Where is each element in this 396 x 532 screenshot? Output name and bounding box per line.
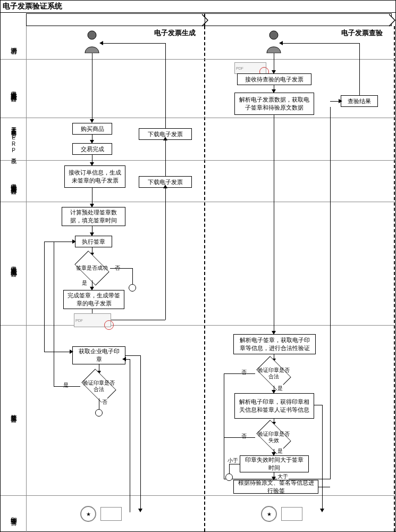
node-result: 查验结果 (341, 95, 378, 107)
lane-column-sep (26, 26, 27, 532)
phase-generation: 电子发票生成 (26, 13, 205, 26)
edge-no-4: 否 (241, 433, 247, 440)
lane-sign-server: 签章服务器 (1, 325, 26, 495)
edge-yes-3: 是 (277, 385, 283, 392)
node-parse-inv: 解析电子发票数据，获取电子签章和待验原文数据 (234, 93, 314, 115)
terminator-lt (225, 473, 233, 481)
consumer-icon-left (83, 30, 101, 53)
node-recv-order: 接收订单信息，生成未签章的电子发票 (64, 165, 125, 188)
node-done: 交易完成 (72, 143, 112, 155)
lane-stamp-platform: 印章管理平台 (1, 495, 26, 531)
pdf-thumb-gen: PDF (74, 313, 111, 327)
pdf-thumb-recv: PDF (234, 62, 266, 74)
edge-lt: 小于 (227, 457, 239, 464)
stamp-icons-left: ★ (80, 506, 123, 522)
lane-consumer: 消费者 (1, 26, 26, 59)
diagram-title: 电子发票验证系统 (3, 2, 62, 11)
phase-verify-label: 电子发票查验 (341, 28, 383, 38)
phase-divider-2 (394, 26, 395, 531)
edge-no-3: 否 (241, 369, 247, 376)
decision-seal-valid: 验证印章是否合法 (80, 373, 117, 400)
edge-no-2: 否 (102, 398, 108, 406)
decision-seal-valid-2: 验证印章是否合法 (255, 360, 292, 387)
node-calc: 计算预处理签章数据，填充签章时间 (62, 207, 125, 226)
stamp-icons-right: ★ (261, 506, 304, 522)
phase-divider-1 (204, 26, 205, 531)
node-verify-sig: 根据待验原文、签名等信息进行验签 (233, 480, 318, 494)
node-parse-sig: 解析电子签章，获取电子印章等信息，进行合法性验证 (233, 334, 316, 354)
lane-gen-server: 电子发票生成服务器 (1, 202, 26, 325)
node-finish-sign: 完成签章，生成带签章的电子发票 (63, 290, 124, 309)
node-parse-seal: 解析电子印章，获得印章相关信息和签章人证书等信息 (234, 393, 314, 419)
lane-sep-1 (1, 59, 396, 60)
phase-generation-label: 电子发票生成 (154, 28, 196, 38)
lane-issuer: 开票方企业（购物平台/ERP系统） (1, 118, 26, 160)
lane-sep-3 (1, 160, 396, 161)
edge-yes-1: 是 (81, 279, 88, 287)
lane-check-server: 电子发票查验服务器 (1, 59, 26, 118)
lane-front-server: 电子发票前置服务器 (1, 160, 26, 202)
svg-point-1 (269, 31, 278, 39)
terminator-seal-invalid (95, 409, 103, 417)
title-separator (1, 12, 396, 13)
lane-sep-6 (1, 495, 396, 496)
node-expire-cmp: 印章失效时间大于签章时间 (240, 455, 309, 472)
phase-verify: 电子发票查验 (205, 13, 392, 26)
terminator-sign-fail (129, 284, 136, 292)
edge-yes-2: 是 (63, 381, 69, 389)
node-exec-sign: 执行签章 (75, 236, 112, 247)
diagram-canvas: 电子发票验证系统 电子发票生成 电子发票查验 消费者 电子发票查验服务器 开票方… (0, 0, 396, 532)
edge-yes-4: 是 (277, 447, 283, 455)
svg-point-0 (88, 31, 96, 39)
lane-sep-5 (1, 325, 396, 326)
lane-sep-2 (1, 118, 396, 118)
decision-sign-ok: 签章是否成功 (73, 255, 111, 281)
node-recv-inv: 接收待查验的电子发票 (237, 73, 311, 85)
decision-seal-expired: 验证印章是否失效 (255, 424, 292, 451)
node-get-seal: 获取企业电子印章 (72, 346, 125, 364)
node-buy: 购买商品 (72, 123, 112, 135)
lane-sep-4 (1, 202, 396, 202)
